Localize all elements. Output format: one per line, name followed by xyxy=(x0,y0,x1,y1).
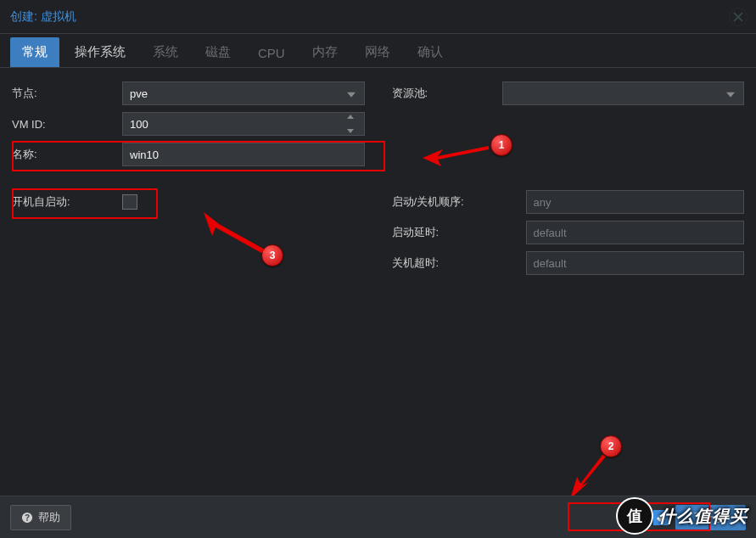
spinner-down-icon[interactable] xyxy=(347,129,354,133)
name-value: win10 xyxy=(130,149,159,161)
field-down: 关机超时: default xyxy=(392,248,745,278)
annotation-badge-3: 3 xyxy=(261,244,283,266)
vmid-spinner[interactable] xyxy=(347,115,361,133)
pool-select[interactable] xyxy=(502,81,745,105)
onboot-checkbox[interactable] xyxy=(122,194,137,210)
vmid-input[interactable]: 100 xyxy=(122,112,365,136)
watermark-logo: 值 xyxy=(616,497,653,535)
pool-label: 资源池: xyxy=(392,86,502,101)
tab-network: 网络 xyxy=(353,37,402,67)
name-input[interactable]: win10 xyxy=(122,143,365,166)
help-label: 帮助 xyxy=(38,510,60,525)
vmid-value: 100 xyxy=(130,118,148,131)
up-input[interactable]: default xyxy=(526,221,745,244)
field-up: 启动延时: default xyxy=(392,217,745,248)
order-value: any xyxy=(534,196,552,209)
help-icon xyxy=(21,512,33,524)
field-node: 节点: pve xyxy=(12,78,365,109)
field-onboot: 开机自启动: xyxy=(12,187,365,217)
watermark: 值 什么值得买 xyxy=(616,497,748,535)
node-select[interactable]: pve xyxy=(122,81,365,105)
tab-disk: 磁盘 xyxy=(193,37,243,67)
down-input[interactable]: default xyxy=(526,251,745,275)
tab-memory: 内存 xyxy=(300,37,350,67)
tab-cpu: CPU xyxy=(246,39,297,67)
field-order: 启动/关机顺序: any xyxy=(392,187,745,217)
node-label: 节点: xyxy=(12,86,122,101)
down-value: default xyxy=(534,257,567,270)
down-label: 关机超时: xyxy=(392,255,526,271)
up-value: default xyxy=(534,227,567,239)
field-vmid: VM ID: 100 xyxy=(12,109,365,139)
up-label: 启动延时: xyxy=(392,225,526,240)
order-label: 启动/关机顺序: xyxy=(392,194,526,210)
node-value: pve xyxy=(130,87,148,100)
tab-general[interactable]: 常规 xyxy=(10,37,59,67)
annotation-badge-1: 1 xyxy=(490,134,512,156)
dialog-header: 创建: 虚拟机 xyxy=(0,0,756,34)
close-icon[interactable] xyxy=(729,8,748,26)
order-input[interactable]: any xyxy=(526,190,745,214)
tab-os[interactable]: 操作系统 xyxy=(63,37,137,67)
annotation-badge-2: 2 xyxy=(600,435,622,457)
name-label: 名称: xyxy=(12,147,122,162)
watermark-text: 什么值得买 xyxy=(658,505,748,528)
help-button[interactable]: 帮助 xyxy=(10,505,71,530)
wizard-tabs: 常规 操作系统 系统 磁盘 CPU 内存 网络 确认 xyxy=(0,34,756,68)
vmid-label: VM ID: xyxy=(12,118,122,131)
onboot-label: 开机自启动: xyxy=(12,194,122,210)
dialog-title: 创建: 虚拟机 xyxy=(10,9,76,25)
field-pool: 资源池: xyxy=(392,78,745,109)
dialog-body: 节点: pve VM ID: 100 名称: win10 xyxy=(0,68,756,496)
tab-confirm: 确认 xyxy=(406,37,455,67)
spinner-up-icon[interactable] xyxy=(347,115,354,119)
field-name: 名称: win10 xyxy=(12,139,365,170)
tab-system: 系统 xyxy=(141,37,190,67)
